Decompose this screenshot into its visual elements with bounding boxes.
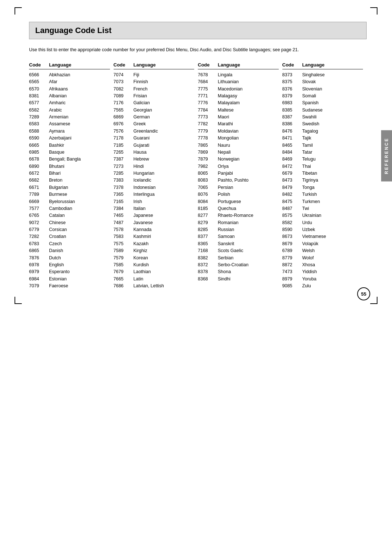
language-name: Cambodian <box>49 205 110 212</box>
language-name: Tajik <box>302 135 363 142</box>
language-code: 7273 <box>114 163 134 170</box>
language-code: 7585 <box>114 262 134 268</box>
language-name: Wolof <box>302 255 363 262</box>
language-name: Azerbaijani <box>49 135 110 142</box>
language-name: Guarani <box>134 135 195 142</box>
language-name: Nepali <box>218 149 279 156</box>
table-row: 7779Moldavian <box>198 128 279 135</box>
language-name: Russian <box>218 226 279 233</box>
table-row: 7576Greenlandic <box>114 128 195 135</box>
table-row: 7577Cambodian <box>29 205 110 212</box>
language-code: 7465 <box>114 212 134 219</box>
language-code: 6665 <box>29 142 49 149</box>
language-code: 7589 <box>114 247 134 254</box>
table-row: 6978English <box>29 262 110 268</box>
language-code: 8084 <box>198 198 218 205</box>
table-row: 7876Dutch <box>29 255 110 262</box>
language-name: Latin <box>134 276 195 283</box>
language-name: Kazakh <box>134 240 195 247</box>
language-name: Danish <box>49 247 110 254</box>
table-row: 8679Volapük <box>282 240 363 247</box>
language-code: 8277 <box>198 212 218 219</box>
language-name: Chinese <box>49 219 110 226</box>
language-name: Assamese <box>49 121 110 127</box>
table-row: 7089Frisian <box>114 93 195 100</box>
language-name: Persian <box>218 184 279 191</box>
language-name: Mongolian <box>218 135 279 142</box>
language-code: 8479 <box>282 184 302 191</box>
language-name: Japanese <box>134 212 195 219</box>
language-code: 7879 <box>198 156 218 163</box>
language-name: Frisian <box>134 93 195 100</box>
language-name: Portuguese <box>218 198 279 205</box>
table-row: 6565Afar <box>29 78 110 85</box>
language-code: 6588 <box>29 128 49 135</box>
language-name: Galician <box>134 100 195 106</box>
table-row: 8473Tigrinya <box>282 177 363 184</box>
language-code: 6789 <box>282 247 302 254</box>
language-name: Macedonian <box>218 86 279 93</box>
table-row: 7686Latvian, Lettish <box>114 283 195 289</box>
language-code: 7579 <box>114 255 134 262</box>
column-header-language: Language <box>218 62 240 68</box>
language-name: Lingala <box>218 72 279 78</box>
table-row: 6672Bihari <box>29 170 110 177</box>
language-name: Singhalese <box>302 72 363 78</box>
language-code: 8386 <box>282 121 302 127</box>
language-name: Kirghiz <box>134 247 195 254</box>
language-code: 7289 <box>29 114 49 121</box>
table-row: 7565Georgian <box>114 107 195 114</box>
table-row: 8465Tamil <box>282 142 363 149</box>
language-code: 6865 <box>29 247 49 254</box>
language-name: Interlingua <box>134 191 195 198</box>
language-code: 6983 <box>282 100 302 106</box>
language-code: 7784 <box>198 107 218 114</box>
table-row: 6669Byelorussian <box>29 198 110 205</box>
language-name: Albanian <box>49 93 110 100</box>
language-code: 8365 <box>198 240 218 247</box>
col-header-2: CodeLanguage <box>198 62 279 69</box>
language-name: Dutch <box>49 255 110 262</box>
column-header-code: Code <box>198 62 218 68</box>
language-name: Fiji <box>134 72 195 78</box>
language-name: Bengali; Bangla <box>49 156 110 163</box>
language-name: Oriya <box>218 163 279 170</box>
language-name: Latvian, Lettish <box>134 283 195 289</box>
table-row: 7784Maltese <box>198 107 279 114</box>
table-row: 8476Tagalog <box>282 128 363 135</box>
table-row: 7789Burmese <box>29 191 110 198</box>
table-row: 7679Laothian <box>114 268 195 275</box>
language-code: 8381 <box>29 93 49 100</box>
language-name: Serbian <box>218 255 279 262</box>
language-name: Tonga <box>302 184 363 191</box>
table-row: 8065Panjabi <box>198 170 279 177</box>
table-row: 8372Serbo-Croatian <box>198 262 279 268</box>
language-name: Uzbek <box>302 226 363 233</box>
table-row: 6979Esperanto <box>29 268 110 275</box>
table-row: 8484Tatar <box>282 149 363 156</box>
table-row: 8382Serbian <box>198 255 279 262</box>
language-code: 6577 <box>29 100 49 106</box>
language-code: 7665 <box>114 276 134 283</box>
language-code: 9072 <box>29 219 49 226</box>
language-code: 6765 <box>29 212 49 219</box>
language-code: 8872 <box>282 262 302 268</box>
language-name: Bhutani <box>49 163 110 170</box>
table-row: 8185Quechua <box>198 205 279 212</box>
language-name: Moldavian <box>218 128 279 135</box>
language-code: 8582 <box>282 219 302 226</box>
language-code: 7789 <box>29 191 49 198</box>
language-code: 8279 <box>198 219 218 226</box>
language-code: 8472 <box>282 163 302 170</box>
language-name: Spanish <box>302 100 363 106</box>
table-row: 6566Abkhazian <box>29 72 110 78</box>
language-name: Tigrinya <box>302 177 363 184</box>
language-code: 7775 <box>198 86 218 93</box>
language-name: Indonesian <box>134 184 195 191</box>
table-row: 7771Malagasy <box>198 93 279 100</box>
language-code: 6671 <box>29 184 49 191</box>
language-name: Burmese <box>49 191 110 198</box>
table-row: 7178Guarani <box>114 135 195 142</box>
language-code: 8590 <box>282 226 302 233</box>
language-name: Panjabi <box>218 170 279 177</box>
